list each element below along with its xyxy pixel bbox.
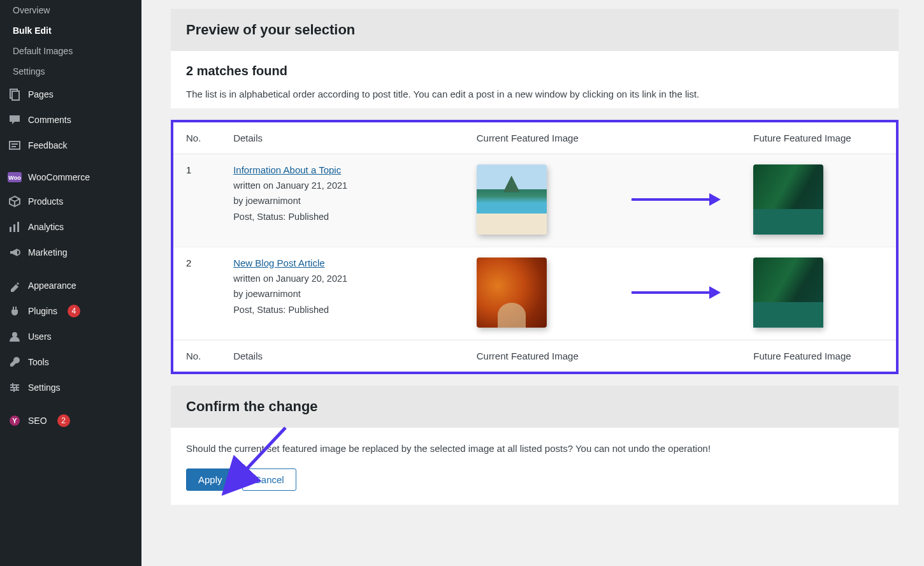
sidebar-item-label: Plugins [28, 306, 57, 316]
arrow-cell [619, 247, 740, 340]
cancel-button[interactable]: Cancel [242, 468, 296, 491]
menu-spacer [0, 400, 141, 408]
arrow-right-icon [632, 193, 721, 206]
menu-spacer [0, 265, 141, 273]
sidebar-item-users[interactable]: Users [0, 324, 141, 349]
col-no-header: No. [173, 122, 220, 154]
post-title-link[interactable]: Information About a Topic [233, 164, 341, 175]
sidebar-item-label: WooCommerce [28, 172, 90, 182]
sidebar-item-label: Products [28, 196, 63, 207]
sidebar-item-label: Pages [28, 89, 54, 99]
sidebar-item-settings[interactable]: Settings [0, 375, 141, 400]
apply-button[interactable]: Apply [186, 468, 235, 491]
svg-rect-8 [13, 224, 15, 232]
post-meta: written on January 20, 2021by joewarnimo… [233, 271, 451, 318]
analytics-icon [8, 221, 22, 233]
svg-rect-11 [10, 384, 19, 386]
menu-spacer [0, 158, 141, 166]
sidebar-item-label: Feedback [28, 140, 67, 150]
row-number: 1 [173, 154, 220, 247]
settings-icon [8, 381, 22, 394]
future-image-cell [740, 154, 896, 247]
col-details-header: Details [220, 122, 464, 154]
current-featured-image-thumbnail [477, 258, 547, 328]
pages-icon [8, 88, 22, 101]
current-featured-image-thumbnail [477, 164, 547, 235]
svg-rect-9 [17, 222, 19, 232]
sidebar-item-plugins[interactable]: Plugins4 [0, 298, 141, 324]
future-image-cell [740, 247, 896, 340]
users-icon [8, 330, 22, 343]
svg-rect-12 [10, 387, 19, 388]
sidebar-item-label: Analytics [28, 222, 64, 232]
sidebar-subitem-overview[interactable]: Overview [0, 0, 141, 20]
tools-icon [8, 356, 22, 368]
table-row: 1Information About a Topicwritten on Jan… [173, 154, 896, 247]
col-arrow-footer [619, 340, 740, 372]
sidebar-item-label: Marketing [28, 247, 67, 258]
preview-description: The list is in alphabetical order accord… [186, 87, 883, 102]
confirm-heading: Confirm the change [171, 386, 899, 428]
sidebar-item-label: Tools [28, 357, 49, 367]
sidebar-item-feedback[interactable]: Feedback [0, 133, 141, 158]
woo-icon: Woo [8, 172, 22, 182]
sidebar-item-products[interactable]: Products [0, 189, 141, 214]
svg-rect-1 [12, 91, 19, 100]
seo-icon: Y [8, 414, 22, 427]
col-details-footer: Details [220, 340, 464, 372]
row-number: 2 [173, 247, 220, 340]
col-current-footer: Current Featured Image [464, 340, 619, 372]
post-title-link[interactable]: New Blog Post Article [233, 258, 324, 268]
sidebar-item-label: Appearance [28, 280, 76, 291]
preview-intro: 2 matches found The list is in alphabeti… [171, 51, 899, 108]
col-no-footer: No. [173, 340, 220, 372]
confirm-block: Should the current set featured image be… [171, 428, 899, 505]
arrow-cell [619, 154, 740, 247]
future-featured-image-thumbnail [753, 258, 823, 328]
sidebar-item-pages[interactable]: Pages [0, 82, 141, 107]
col-future-header: Future Featured Image [740, 122, 896, 154]
matches-count: 2 matches found [186, 64, 883, 78]
plugins-icon [8, 305, 22, 317]
sidebar-item-label: Comments [28, 115, 71, 125]
current-image-cell [464, 247, 619, 340]
sidebar-item-appearance[interactable]: Appearance [0, 273, 141, 298]
svg-rect-2 [10, 142, 20, 149]
current-image-cell [464, 154, 619, 247]
table-row: 2New Blog Post Articlewritten on January… [173, 247, 896, 340]
svg-point-10 [12, 332, 17, 337]
preview-table-highlight: No. Details Current Featured Image Futur… [171, 120, 899, 374]
sidebar-item-label: Settings [28, 382, 61, 393]
sidebar-item-label: SEO [28, 416, 47, 426]
col-future-footer: Future Featured Image [740, 340, 896, 372]
svg-rect-14 [12, 383, 13, 387]
svg-text:Y: Y [12, 417, 17, 424]
admin-sidebar: OverviewBulk EditDefault ImagesSettings … [0, 0, 141, 566]
main-content: Preview of your selection 2 matches foun… [141, 0, 924, 566]
comment-icon [8, 113, 22, 126]
post-meta: written on January 21, 2021by joewarnimo… [233, 178, 451, 225]
sidebar-subitem-settings[interactable]: Settings [0, 61, 141, 82]
update-badge: 4 [68, 305, 80, 317]
appearance-icon [8, 279, 22, 292]
preview-table: No. Details Current Featured Image Futur… [173, 122, 896, 372]
svg-text:Woo: Woo [8, 175, 21, 181]
row-details: New Blog Post Articlewritten on January … [220, 247, 464, 340]
feedback-icon [8, 139, 22, 152]
sidebar-subitem-default-images[interactable]: Default Images [0, 41, 141, 61]
svg-rect-16 [13, 388, 15, 392]
sidebar-item-comments[interactable]: Comments [0, 107, 141, 133]
sidebar-item-woocommerce[interactable]: WooWooCommerce [0, 166, 141, 189]
sidebar-item-tools[interactable]: Tools [0, 349, 141, 375]
sidebar-subitem-bulk-edit[interactable]: Bulk Edit [0, 20, 141, 41]
marketing-icon [8, 246, 22, 259]
svg-rect-7 [10, 227, 11, 232]
preview-heading: Preview of your selection [171, 9, 899, 51]
sidebar-item-marketing[interactable]: Marketing [0, 240, 141, 265]
future-featured-image-thumbnail [753, 164, 823, 235]
sidebar-item-label: Users [28, 331, 52, 342]
sidebar-item-seo[interactable]: YSEO2 [0, 408, 141, 433]
col-arrow-header [619, 122, 740, 154]
sidebar-item-analytics[interactable]: Analytics [0, 214, 141, 240]
col-current-header: Current Featured Image [464, 122, 619, 154]
